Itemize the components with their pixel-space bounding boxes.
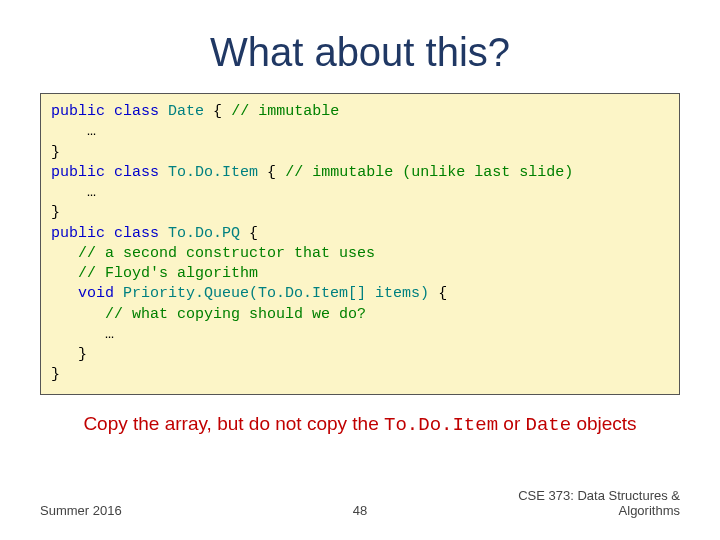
ident-todopq: To.Do.PQ xyxy=(168,225,240,242)
code-line: … xyxy=(51,123,96,140)
answer-text: Copy the array, but do not copy the To.D… xyxy=(40,413,680,436)
brace: { xyxy=(213,103,222,120)
answer-pre: Copy the array, but do not copy the xyxy=(83,413,384,434)
kw-public: public xyxy=(51,103,105,120)
code-line: } xyxy=(51,366,60,383)
kw-void: void xyxy=(51,285,114,302)
ident-ctor: Priority.Queue(To.Do.Item[] xyxy=(123,285,366,302)
comment: // immutable (unlike last slide) xyxy=(285,164,573,181)
kw-public: public xyxy=(51,164,105,181)
code-line: … xyxy=(51,184,96,201)
ident-date: Date xyxy=(168,103,204,120)
slide: What about this? public class Date { // … xyxy=(0,0,720,540)
comment: // immutable xyxy=(231,103,339,120)
answer-post: objects xyxy=(571,413,636,434)
slide-number: 48 xyxy=(40,503,680,518)
brace: { xyxy=(249,225,258,242)
brace: { xyxy=(267,164,276,181)
ident-todoitem: To.Do.Item xyxy=(168,164,258,181)
kw-public: public xyxy=(51,225,105,242)
code-line: } xyxy=(51,144,60,161)
ident-param: items) xyxy=(375,285,429,302)
comment: // Floyd's algorithm xyxy=(51,265,258,282)
kw-class: class xyxy=(114,225,159,242)
answer-mono1: To.Do.Item xyxy=(384,414,498,436)
comment: // what copying should we do? xyxy=(51,306,366,323)
code-line: } xyxy=(51,204,60,221)
code-line: … xyxy=(51,326,114,343)
code-block: public class Date { // immutable … } pub… xyxy=(40,93,680,395)
slide-title: What about this? xyxy=(40,30,680,75)
kw-class: class xyxy=(114,164,159,181)
code-line: } xyxy=(51,346,87,363)
kw-class: class xyxy=(114,103,159,120)
footer: Summer 2016 48 CSE 373: Data Structures … xyxy=(40,488,680,518)
answer-mid: or xyxy=(498,413,525,434)
comment: // a second constructor that uses xyxy=(51,245,375,262)
brace: { xyxy=(438,285,447,302)
answer-mono2: Date xyxy=(526,414,572,436)
